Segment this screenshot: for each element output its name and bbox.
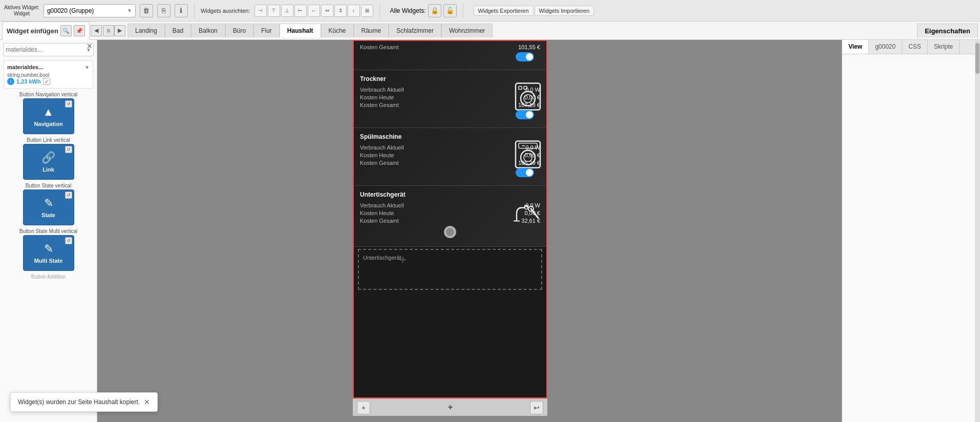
align-btn-6[interactable]: ⇔ bbox=[321, 5, 333, 17]
spuelmaschine-label-3: Kosten Gesamt bbox=[360, 160, 399, 166]
align-btn-5[interactable]: ↔ bbox=[308, 5, 320, 17]
partial-kosten-gesamt-label: Kosten Gesamt bbox=[360, 44, 399, 50]
delete-widget-btn[interactable]: 🗑 bbox=[140, 4, 153, 17]
toast-notification: Widget(s) wurden zur Seite Haushalt kopi… bbox=[10, 392, 158, 412]
align-buttons: ⊣ ⊤ ⊥ ⊢ ↔ ⇔ ⇕ ↕ ⊞ bbox=[254, 5, 373, 17]
widget-nav-label: Button Navigation vertical bbox=[19, 92, 77, 97]
widget-item-multistate: Button State Multi vertical ✎ Multi Stat… bbox=[2, 228, 95, 271]
widget-item-navigation: Button Navigation vertical ▲ Navigation … bbox=[2, 92, 95, 134]
materialdes-widget: materialdes... ▼ string,number,bool i 1,… bbox=[2, 60, 95, 89]
right-tab-g00020[interactable]: g00020 bbox=[869, 40, 902, 54]
spuelmaschine-toggle[interactable] bbox=[516, 168, 534, 177]
toolbar-divider1 bbox=[194, 4, 195, 18]
aktives-widget-select[interactable]: g00020 (Gruppe) ▼ bbox=[44, 4, 136, 17]
align-btn-9[interactable]: ⊞ bbox=[361, 5, 373, 17]
svg-rect-5 bbox=[516, 141, 540, 168]
widget-item-state: Button State vertical ✎ State ↺ bbox=[2, 183, 95, 225]
link-btn[interactable]: 🔗 Link ↺ bbox=[23, 144, 74, 180]
canvas-border: Kosten Gesamt 101,55 € Trockner bbox=[353, 40, 547, 398]
sidebar-search-input[interactable] bbox=[6, 46, 86, 53]
state-btn[interactable]: ✎ State ↺ bbox=[23, 189, 74, 225]
state-icon: ✎ bbox=[44, 197, 53, 210]
spuelmaschine-card: Spülmaschine Verbrauch Aktuell 0,0 W Kos… bbox=[354, 128, 546, 186]
trockner-label-3: Kosten Gesamt bbox=[360, 102, 399, 108]
canvas-area: Kosten Gesamt 101,55 € Trockner bbox=[97, 40, 842, 422]
tab-landing[interactable]: Landing bbox=[127, 24, 165, 37]
nav-forward-btn[interactable]: ▶ bbox=[114, 25, 125, 36]
tab-bad[interactable]: Bad bbox=[165, 24, 191, 37]
right-tab-skripte[interactable]: Skripte bbox=[928, 40, 960, 54]
aktives-widget-label: Aktives Widget: bbox=[4, 5, 39, 11]
tab-buero[interactable]: Büro bbox=[225, 24, 253, 37]
tab-schlafzimmer[interactable]: Schlafzimmer bbox=[389, 24, 441, 37]
left-sidebar: ✕ ▼ materialdes... ▼ string,number,bool bbox=[0, 40, 97, 422]
align-btn-7[interactable]: ⇕ bbox=[334, 5, 347, 17]
multistate-btn[interactable]: ✎ Multi State ↺ bbox=[23, 235, 74, 271]
tab-kueche[interactable]: Küche bbox=[321, 24, 354, 37]
spuelmaschine-row-2: Kosten Heute 0,00 € bbox=[360, 152, 540, 158]
link-btn-options[interactable]: ↺ bbox=[65, 146, 72, 153]
multistate-btn-options[interactable]: ↺ bbox=[65, 237, 72, 244]
right-panel-scrollbar-track[interactable] bbox=[975, 41, 980, 422]
main-area: ✕ ▼ materialdes... ▼ string,number,bool bbox=[0, 40, 980, 422]
toast-message: Widget(s) wurden zur Seite Haushalt kopi… bbox=[18, 398, 140, 406]
toast-close-btn[interactable]: ✕ bbox=[144, 398, 150, 406]
navigation-icon: ▲ bbox=[43, 106, 54, 119]
nav-pin-btn[interactable]: 📌 bbox=[74, 25, 85, 36]
untertisch-icon bbox=[513, 204, 541, 229]
canvas-add-btn[interactable]: + bbox=[357, 401, 370, 414]
info-widget-btn[interactable]: ℹ bbox=[175, 4, 188, 17]
canvas-back-btn[interactable]: ↩ bbox=[530, 401, 543, 414]
tab-raeume[interactable]: Räume bbox=[354, 24, 389, 37]
navigation-btn-label: Navigation bbox=[34, 121, 62, 127]
align-btn-3[interactable]: ⊥ bbox=[281, 5, 293, 17]
right-panel-tabs: View g00020 CSS Skripte bbox=[842, 40, 980, 54]
tab-wohnzimmer[interactable]: Wohnzimmer bbox=[441, 24, 493, 37]
partial-toggle[interactable] bbox=[516, 52, 534, 61]
align-btn-4[interactable]: ⊢ bbox=[294, 5, 307, 17]
materialdes-checkbox[interactable]: ✓ bbox=[43, 78, 50, 85]
canvas-bottom-bar: + ✚ ↩ bbox=[353, 398, 547, 416]
tab-haushalt[interactable]: Haushalt bbox=[280, 24, 321, 37]
toolbar-divider2 bbox=[379, 4, 380, 18]
page-tabs: Landing Bad Balkon Büro Flur Haushalt Kü… bbox=[127, 24, 493, 37]
trockner-toggle[interactable] bbox=[516, 110, 534, 119]
alle-widgets-lock-btn[interactable]: 🔒 bbox=[428, 4, 441, 17]
eigenschaften-header: Eigenschaften bbox=[917, 24, 978, 38]
state-btn-options[interactable]: ↺ bbox=[65, 192, 72, 199]
untertisch-toggle[interactable] bbox=[444, 226, 456, 238]
tab-flur[interactable]: Flur bbox=[253, 24, 280, 37]
alle-widgets-unlock-btn[interactable]: 🔓 bbox=[443, 4, 457, 17]
widget-link-label: Button Link vertical bbox=[27, 137, 70, 143]
nav-search-btn[interactable]: 🔍 bbox=[60, 25, 72, 36]
copy-widget-btn[interactable]: ⎘ bbox=[157, 4, 171, 17]
align-btn-2[interactable]: ⊤ bbox=[268, 5, 280, 17]
widget-item-link: Button Link vertical 🔗 Link ↺ bbox=[2, 137, 95, 180]
trockner-label-2: Kosten Heute bbox=[360, 94, 394, 100]
right-tab-css[interactable]: CSS bbox=[902, 40, 928, 54]
nav-back-btn[interactable]: ◀ bbox=[91, 25, 102, 36]
sidebar-close-btn[interactable]: ✕ bbox=[87, 42, 95, 50]
right-panel-scrollbar-thumb bbox=[975, 43, 979, 74]
align-btn-8[interactable]: ↕ bbox=[348, 5, 360, 17]
nav-copy-btn[interactable]: ⎘ bbox=[103, 25, 114, 36]
nav-btn-options[interactable]: ↺ bbox=[65, 100, 72, 108]
export-btn[interactable]: Widgets Exportieren bbox=[474, 6, 534, 16]
import-btn[interactable]: Widgets Importieren bbox=[535, 6, 594, 16]
state-btn-label: State bbox=[41, 212, 55, 218]
tab-balkon[interactable]: Balkon bbox=[191, 24, 225, 37]
nav-tabs-row: Widget einfügen 🔍 📌 ◀ ⎘ ▶ Landing Bad Ba… bbox=[0, 22, 980, 40]
trockner-card: Trockner Verbrauch Aktuell 0,0 W Kosten … bbox=[354, 70, 546, 128]
alle-widgets-section: Alle Widgets: 🔒 🔓 bbox=[390, 4, 457, 17]
trockner-rows: Verbrauch Aktuell 0,0 W Kosten Heute 0,0… bbox=[360, 87, 540, 108]
spuelmaschine-rows: Verbrauch Aktuell 0,0 W Kosten Heute 0,0… bbox=[360, 144, 540, 166]
link-icon: 🔗 bbox=[41, 151, 55, 164]
aktives-widget-value: g00020 (Gruppe) bbox=[47, 7, 94, 14]
align-btn-1[interactable]: ⊣ bbox=[254, 5, 267, 17]
trockner-row-1: Verbrauch Aktuell 0,0 W bbox=[360, 87, 540, 93]
multistate-btn-label: Multi State bbox=[34, 258, 63, 264]
right-tab-view[interactable]: View bbox=[842, 40, 869, 54]
navigation-btn[interactable]: ▲ Navigation ↺ bbox=[23, 98, 74, 134]
materialdes-header: materialdes... ▼ bbox=[7, 64, 90, 70]
partial-kosten-gesamt-value: 101,55 € bbox=[518, 44, 540, 50]
